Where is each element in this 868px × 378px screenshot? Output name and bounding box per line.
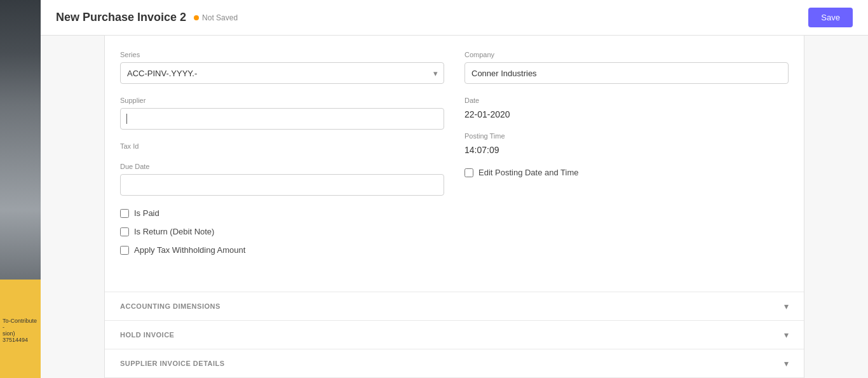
status-text: Not Saved [202,13,238,22]
form-body: Series ACC-PINV-.YYYY.- ▾ Su [105,36,804,292]
date-group: Date 22-01-2020 [465,97,789,119]
sidebar-text-2: sion) [3,330,15,337]
series-label: Series [120,51,444,58]
posting-time-group: Posting Time 14:07:09 [465,132,789,155]
form-container: Series ACC-PINV-.YYYY.- ▾ Su [41,36,868,378]
accounting-dimensions-chevron-icon: ▾ [784,301,789,311]
supplier-input-wrapper [120,108,444,130]
save-button[interactable]: Save [808,8,853,27]
company-input[interactable] [465,62,789,84]
page-title: New Purchase Invoice 2 [56,11,186,24]
due-date-label: Due Date [120,163,444,170]
top-header: New Purchase Invoice 2 Not Saved Save [41,0,868,36]
sidebar-yellow-block: To-Contribute- sion) 37514494 [0,280,41,378]
header-left: New Purchase Invoice 2 Not Saved [56,11,238,24]
main-content: New Purchase Invoice 2 Not Saved Save [41,0,868,378]
hold-invoice-section[interactable]: HOLD INVOICE ▾ [105,320,804,349]
is-paid-label: Is Paid [134,208,159,218]
hold-invoice-chevron-icon: ▾ [784,330,789,340]
sidebar-text-3: 37514494 [3,337,28,343]
due-date-input[interactable] [120,174,444,196]
tax-id-group: Tax Id [120,142,444,150]
supplier-input[interactable] [120,108,444,130]
form-card: Series ACC-PINV-.YYYY.- ▾ Su [104,36,804,378]
is-return-group: Is Return (Debit Note) [120,227,444,236]
date-value: 22-01-2020 [465,107,789,119]
company-group: Company [465,51,789,84]
is-paid-group: Is Paid [120,208,444,218]
company-label: Company [465,51,789,58]
series-group: Series ACC-PINV-.YYYY.- ▾ [120,51,444,84]
accounting-dimensions-section[interactable]: ACCOUNTING DIMENSIONS ▾ [105,292,804,320]
series-select[interactable]: ACC-PINV-.YYYY.- [120,62,444,84]
edit-posting-group: Edit Posting Date and Time [465,168,789,177]
form-row-1: Series ACC-PINV-.YYYY.- ▾ Su [120,51,789,264]
form-col-left-1: Series ACC-PINV-.YYYY.- ▾ Su [120,51,444,264]
supplier-group: Supplier [120,97,444,130]
supplier-invoice-details-chevron-icon: ▾ [784,358,789,368]
date-label: Date [465,97,789,104]
form-col-right-1: Company Date 22-01-2020 Posting Time [465,51,789,264]
posting-time-value: 14:07:09 [465,142,789,155]
is-paid-checkbox[interactable] [120,209,129,218]
posting-time-label: Posting Time [465,132,789,140]
apply-tax-checkbox[interactable] [120,246,129,255]
sidebar: To-Contribute- sion) 37514494 [0,0,41,378]
series-select-wrapper[interactable]: ACC-PINV-.YYYY.- ▾ [120,62,444,84]
edit-posting-checkbox[interactable] [465,168,473,177]
due-date-group: Due Date [120,163,444,196]
cursor [126,114,127,124]
is-return-checkbox[interactable] [120,227,129,236]
apply-tax-label: Apply Tax Withholding Amount [134,245,245,255]
sidebar-text-1: To-Contribute- [3,318,38,330]
accounting-dimensions-title: ACCOUNTING DIMENSIONS [120,302,220,310]
tax-id-label: Tax Id [120,142,444,150]
supplier-invoice-details-title: SUPPLIER INVOICE DETAILS [120,360,225,367]
supplier-invoice-details-section[interactable]: SUPPLIER INVOICE DETAILS ▾ [105,349,804,377]
status-dot [194,15,199,20]
is-return-label: Is Return (Debit Note) [134,227,214,236]
supplier-label: Supplier [120,97,444,104]
hold-invoice-title: HOLD INVOICE [120,331,174,339]
apply-tax-group: Apply Tax Withholding Amount [120,245,444,255]
not-saved-badge: Not Saved [194,13,238,22]
edit-posting-label: Edit Posting Date and Time [478,168,579,177]
